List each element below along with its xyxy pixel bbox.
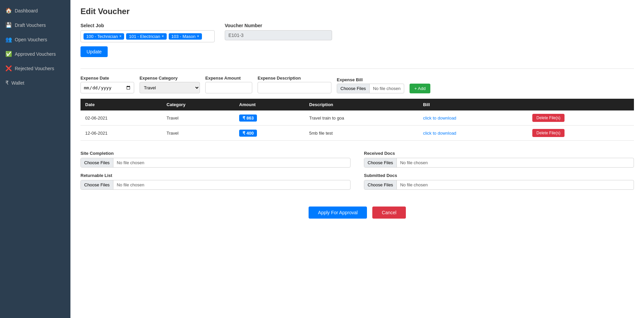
expense-description-label: Expense Description [258,76,331,81]
cell-bill: click to download [418,110,528,126]
sidebar-item-approved-vouchers[interactable]: ✅ Approved Vouchers [0,47,70,61]
site-completion-choose-button[interactable]: Choose Files [81,158,113,167]
docs-section: Site Completion Choose Files No file cho… [80,151,634,190]
returnable-list-choose-button[interactable]: Choose Files [81,180,113,189]
select-job-box[interactable]: 100 - Technician × 101 - Electrician × 1… [80,30,215,42]
received-docs-no-file: No file chosen [397,158,634,167]
apply-approval-button[interactable]: Apply For Approval [309,207,367,219]
sidebar-item-label: Wallet [11,80,24,86]
expense-category-label: Expense Category [140,76,200,81]
col-category: Category [162,99,235,110]
expense-category-field: Expense Category Travel Food Accommodati… [140,76,200,93]
received-docs-file-wrapper: Choose Files No file chosen [364,158,634,168]
tag-remove-electrician[interactable]: × [162,34,164,39]
voucher-number-label: Voucher Number [225,23,332,28]
sidebar-item-label: Dashboard [15,8,38,13]
expense-bill-no-file: No file chosen [370,84,404,93]
col-date: Date [80,99,162,110]
expense-amount-field: Expense Amount [205,76,252,93]
amount-badge: ₹ 863 [239,115,257,122]
received-docs-choose-button[interactable]: Choose Files [364,158,397,167]
delete-file-button[interactable]: Delete File(s) [532,129,564,137]
sidebar-item-label: Open Vouchers [15,37,47,42]
returnable-list-no-file: No file chosen [113,180,350,189]
download-link[interactable]: click to download [423,116,456,121]
expense-table-body: 02-06-2021 Travel ₹ 863 Travel train to … [80,110,634,141]
expense-amount-input[interactable] [205,82,252,93]
cell-date: 12-06-2021 [80,126,162,141]
expense-amount-label: Expense Amount [205,76,252,81]
delete-file-button[interactable]: Delete File(s) [532,114,564,122]
sidebar-item-open-vouchers[interactable]: 👥 Open Vouchers [0,32,70,47]
col-bill: Bill [418,99,528,110]
submitted-docs-field: Submitted Docs Choose Files No file chos… [364,173,634,190]
expense-date-input[interactable] [80,82,134,93]
sidebar-item-dashboard[interactable]: 🏠 Dashboard [0,3,70,18]
expense-bill-label: Expense Bill [337,77,404,82]
voucher-number-input[interactable] [225,30,332,40]
cell-description: Travel train to goa [305,110,419,126]
tag-electrician: 101 - Electrician × [126,33,166,40]
sidebar-item-wallet[interactable]: ₹ Wallet [0,76,70,90]
select-job-field: Select Job 100 - Technician × 101 - Elec… [80,23,215,42]
update-button[interactable]: Update [80,46,108,57]
voucher-number-field: Voucher Number [225,23,332,40]
expense-table: Date Category Amount Description Bill 02… [80,99,634,141]
site-completion-no-file: No file chosen [113,158,350,167]
returnable-list-label: Returnable List [80,173,351,178]
expense-description-field: Expense Description [258,76,331,93]
cell-category: Travel [162,126,235,141]
expense-bill-field: Expense Bill Choose Files No file chosen [337,77,404,93]
expense-table-header-row: Date Category Amount Description Bill [80,99,634,110]
sidebar-item-label: Approved Vouchers [15,51,56,57]
expense-table-header: Date Category Amount Description Bill [80,99,634,110]
col-amount: Amount [234,99,305,110]
submitted-docs-label: Submitted Docs [364,173,634,178]
tag-remove-technician[interactable]: × [119,34,121,39]
expense-form: Expense Date Expense Category Travel Foo… [80,76,634,93]
tag-mason: 103 - Mason × [169,33,202,40]
expense-bill-file-wrapper: Choose Files No file chosen [337,84,404,93]
dashboard-icon: 🏠 [5,7,12,14]
submitted-docs-file-wrapper: Choose Files No file chosen [364,180,634,190]
expense-description-input[interactable] [258,82,331,93]
col-action [528,99,634,110]
main-content: Edit Voucher Select Job 100 - Technician… [70,0,644,318]
site-completion-file-wrapper: Choose Files No file chosen [80,158,351,168]
cell-date: 02-06-2021 [80,110,162,126]
expense-category-select[interactable]: Travel Food Accommodation Other [140,82,200,93]
cell-description: 5mb file test [305,126,419,141]
tag-technician: 100 - Technician × [84,33,124,40]
cell-delete: Delete File(s) [528,126,634,141]
download-link[interactable]: click to download [423,131,456,136]
sidebar: 🏠 Dashboard 💾 Draft Vouchers 👥 Open Vouc… [0,0,70,318]
wallet-icon: ₹ [5,80,9,86]
cancel-button[interactable]: Cancel [372,207,406,219]
sidebar-item-draft-vouchers[interactable]: 💾 Draft Vouchers [0,18,70,32]
draft-icon: 💾 [5,22,12,28]
col-description: Description [305,99,419,110]
received-docs-label: Received Docs [364,151,634,156]
expense-date-label: Expense Date [80,76,134,81]
submitted-docs-choose-button[interactable]: Choose Files [364,180,397,189]
site-completion-field: Site Completion Choose Files No file cho… [80,151,351,168]
select-job-label: Select Job [80,23,215,28]
table-row: 12-06-2021 Travel ₹ 400 5mb file test cl… [80,126,634,141]
rejected-icon: ❌ [5,65,12,72]
open-icon: 👥 [5,36,12,43]
expense-bill-choose-button[interactable]: Choose Files [337,84,370,93]
sidebar-item-label: Rejected Vouchers [15,66,54,71]
add-expense-button[interactable]: + Add [410,84,430,93]
cell-delete: Delete File(s) [528,110,634,126]
site-completion-label: Site Completion [80,151,351,156]
sidebar-item-rejected-vouchers[interactable]: ❌ Rejected Vouchers [0,61,70,76]
cell-bill: click to download [418,126,528,141]
tag-remove-mason[interactable]: × [197,34,199,39]
sidebar-item-label: Draft Vouchers [15,22,46,28]
bottom-actions: Apply For Approval Cancel [80,200,634,225]
returnable-list-file-wrapper: Choose Files No file chosen [80,180,351,190]
table-row: 02-06-2021 Travel ₹ 863 Travel train to … [80,110,634,126]
cell-category: Travel [162,110,235,126]
cell-amount: ₹ 400 [234,126,305,141]
submitted-docs-no-file: No file chosen [397,180,634,189]
